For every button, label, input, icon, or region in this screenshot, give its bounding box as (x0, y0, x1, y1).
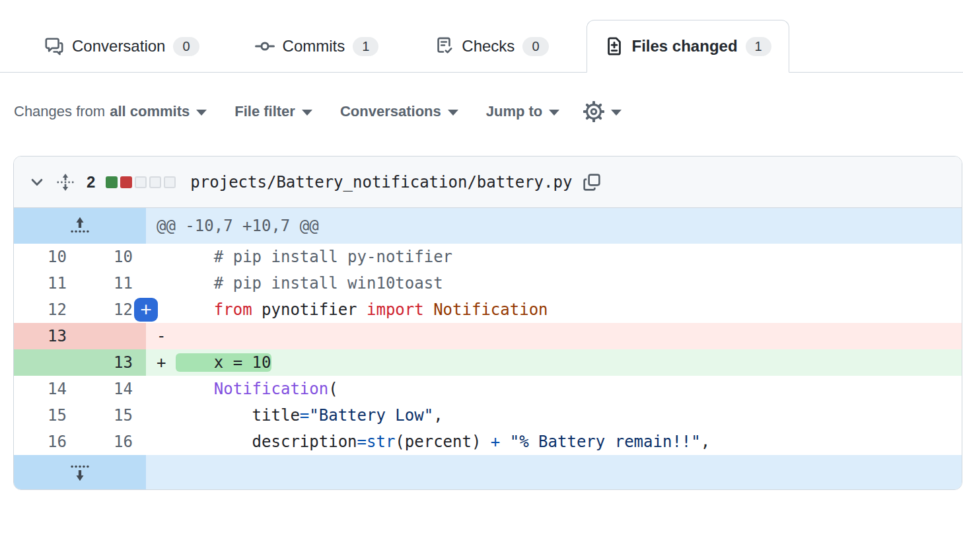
new-line-number[interactable] (80, 323, 146, 349)
file-path[interactable]: projects/Battery_notification/battery.py (190, 173, 572, 192)
caret-down-icon (302, 110, 312, 116)
pr-tabnav: Conversation 0 Commits 1 Checks 0 (0, 0, 963, 73)
diff-marker: + (157, 349, 176, 376)
file-filter-label: File filter (234, 103, 295, 120)
old-line-number[interactable]: 12 (14, 297, 80, 323)
file-diff-container: 2 projects/Battery_notification/battery.… (13, 156, 962, 490)
tab-label: Conversation (72, 37, 165, 55)
diff-line-deletion: 13 - (14, 323, 962, 349)
git-commit-icon (255, 36, 275, 56)
tab-label: Commits (283, 37, 345, 55)
unfold-icon (56, 172, 75, 192)
expand-up-button[interactable] (14, 208, 146, 244)
diff-line-context: 16 16 description=str(percent) + "% Batt… (14, 429, 962, 455)
tab-files-changed[interactable]: Files changed 1 (587, 20, 789, 73)
line-content: description=str(percent) + "% Battery re… (146, 429, 962, 455)
tab-label: Checks (462, 37, 515, 55)
line-content: - (146, 323, 962, 349)
jump-to-label: Jump to (486, 103, 543, 120)
changes-from-dropdown[interactable]: Changes from all commits (14, 103, 207, 120)
new-line-number[interactable]: 16 (80, 429, 146, 455)
expand-up-icon (69, 215, 91, 237)
line-content: # pip install py-notifier (146, 244, 962, 270)
tab-counter: 0 (173, 37, 199, 56)
caret-down-icon (196, 110, 207, 116)
gear-icon (583, 101, 604, 122)
copy-icon (583, 173, 601, 192)
tab-conversation[interactable]: Conversation 0 (26, 20, 217, 73)
diff-toolbar: Changes from all commits File filter Con… (14, 102, 963, 122)
diffstat-deleted-square (120, 176, 132, 188)
diffstat-added-square (106, 176, 118, 188)
diff-line-context: 10 10 # pip install py-notifier (14, 244, 962, 270)
tab-counter: 0 (522, 37, 548, 56)
diff-line-addition: 13 + x = 10 (14, 349, 962, 376)
diff-settings-dropdown[interactable] (583, 101, 622, 122)
old-line-number[interactable] (14, 349, 80, 376)
old-line-number[interactable]: 15 (14, 402, 80, 429)
copy-path-button[interactable] (583, 173, 601, 192)
expander-row (14, 455, 962, 489)
caret-down-icon (448, 110, 458, 116)
chevron-down-icon (28, 174, 46, 191)
file-header: 2 projects/Battery_notification/battery.… (14, 157, 962, 208)
jump-to-dropdown[interactable]: Jump to (486, 103, 560, 120)
tab-commits[interactable]: Commits 1 (237, 20, 397, 73)
conversations-label: Conversations (340, 103, 441, 120)
hunk-header-text: @@ -10,7 +10,7 @@ (146, 208, 962, 244)
new-line-number[interactable]: 10 (80, 244, 146, 270)
diffstat-neutral-square (135, 176, 147, 188)
conversations-dropdown[interactable]: Conversations (340, 103, 458, 120)
checklist-icon (434, 36, 454, 56)
file-filter-dropdown[interactable]: File filter (234, 103, 312, 120)
old-line-number[interactable]: 13 (14, 323, 80, 349)
comment-discussion-icon (44, 36, 64, 56)
tab-checks[interactable]: Checks 0 (416, 20, 566, 73)
line-content: title="Battery Low", (146, 402, 962, 429)
tab-counter: 1 (353, 37, 378, 56)
diffstat-neutral-square (164, 176, 176, 188)
line-content: # pip install win10toast (146, 270, 962, 297)
line-content: Notification( (146, 376, 962, 402)
diff-line-context: 11 11 # pip install win10toast (14, 270, 962, 297)
add-comment-button[interactable]: + (134, 298, 158, 322)
new-line-number[interactable]: 13 (80, 349, 146, 376)
diff-line-context: 14 14 Notification( (14, 376, 962, 402)
line-content: + x = 10 (146, 349, 962, 376)
changed-lines-count: 2 (87, 173, 95, 192)
diff-marker: - (157, 323, 176, 349)
line-content: from pynotifier import Notification (146, 297, 962, 323)
collapse-file-button[interactable] (28, 174, 46, 191)
old-line-number[interactable]: 16 (14, 429, 80, 455)
new-line-number[interactable]: 14 (80, 376, 146, 402)
old-line-number[interactable]: 11 (14, 270, 80, 297)
expand-all-button[interactable] (56, 172, 75, 192)
old-line-number[interactable]: 14 (14, 376, 80, 402)
old-line-number[interactable]: 10 (14, 244, 80, 270)
changes-from-value: all commits (110, 103, 190, 120)
expander-fill (146, 455, 962, 489)
changes-from-label: Changes from (14, 103, 105, 120)
diffstat-squares (106, 176, 176, 188)
diff-line-context: 15 15 title="Battery Low", (14, 402, 962, 429)
tab-counter: 1 (746, 37, 771, 56)
file-diff-icon (604, 36, 624, 56)
caret-down-icon (549, 110, 559, 116)
expand-down-icon (69, 461, 91, 483)
diff-line-context: 12 12 + from pynotifier import Notificat… (14, 297, 962, 323)
diffstat-neutral-square (149, 176, 161, 188)
caret-down-icon (611, 110, 622, 116)
tab-label: Files changed (632, 37, 738, 55)
new-line-number[interactable]: 11 (80, 270, 146, 297)
hunk-row: @@ -10,7 +10,7 @@ (14, 208, 962, 244)
new-line-number[interactable]: 15 (80, 402, 146, 429)
expand-down-button[interactable] (14, 455, 146, 489)
